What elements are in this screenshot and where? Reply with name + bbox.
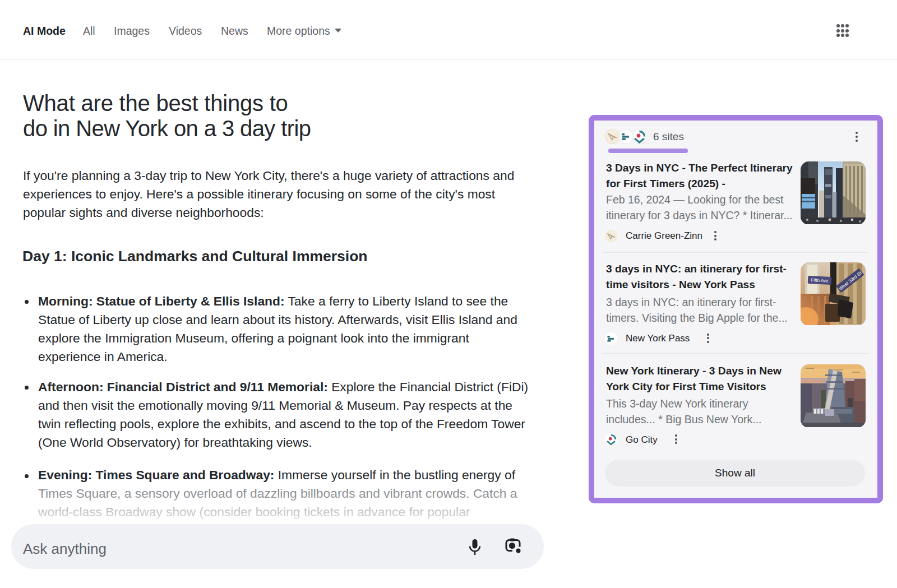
svg-text:Fifth Ave: Fifth Ave <box>811 277 829 284</box>
